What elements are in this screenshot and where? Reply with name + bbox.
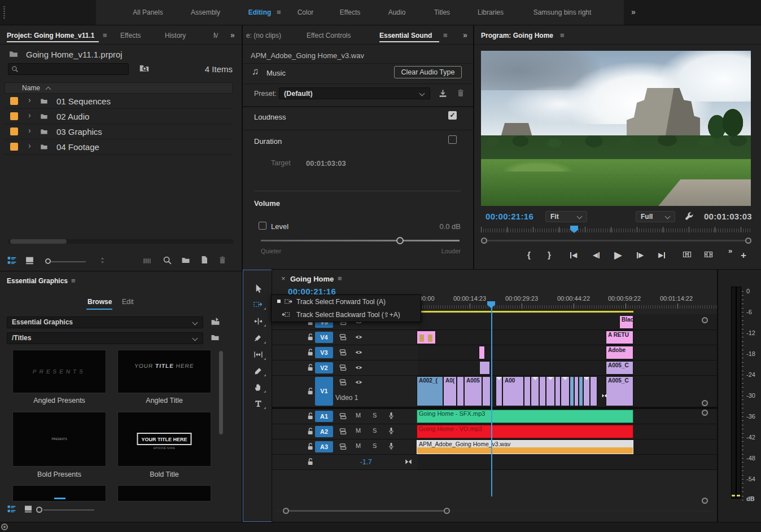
- essential-sound-overflow-icon[interactable]: »: [463, 30, 467, 39]
- duration-section-label[interactable]: Duration: [254, 137, 282, 146]
- lock-icon[interactable]: [306, 333, 314, 343]
- folder-dropdown[interactable]: /Titles: [7, 332, 203, 344]
- lock-icon[interactable]: [306, 427, 314, 437]
- clip-v1[interactable]: [570, 376, 574, 406]
- tab-history[interactable]: History: [165, 32, 186, 39]
- clip-v1[interactable]: [590, 376, 597, 406]
- clip-v1-last[interactable]: A005_C: [606, 376, 633, 406]
- timeline-tab-close-icon[interactable]: ×: [281, 274, 286, 283]
- clip-v3-right[interactable]: Adobe: [606, 346, 633, 359]
- track-target-v1[interactable]: V1: [315, 377, 333, 406]
- timeline-hscrollbar-handle[interactable]: [286, 510, 447, 512]
- bin-row-graphics[interactable]: › 03 Graphics: [5, 124, 233, 139]
- workspace-tab-all-panels[interactable]: All Panels: [133, 8, 163, 16]
- thumbnail-size-handle[interactable]: [36, 507, 42, 513]
- solo-button[interactable]: S: [373, 427, 377, 434]
- tab-media-truncated[interactable]: M: [213, 32, 218, 39]
- timeline-tab[interactable]: Going Home: [290, 275, 334, 283]
- clip-v1[interactable]: A00: [502, 376, 524, 406]
- solo-button[interactable]: S: [373, 442, 377, 449]
- clip-a3-music-selected[interactable]: APM_Adobe_Going Home_v3.wav: [417, 440, 633, 454]
- master-volume-value[interactable]: -1.7: [360, 458, 372, 466]
- track-target-a1[interactable]: A1: [315, 411, 333, 422]
- sync-lock-icon[interactable]: [339, 363, 347, 373]
- video-vscroll-top-handle[interactable]: [702, 317, 708, 323]
- settings-wrench-icon[interactable]: [684, 211, 694, 223]
- label-color-swatch[interactable]: [10, 112, 18, 120]
- add-button-editor-icon[interactable]: +: [741, 250, 746, 261]
- selection-tool[interactable]: [248, 282, 268, 295]
- go-to-out-button[interactable]: ▶: [658, 251, 665, 259]
- expand-chevron-icon[interactable]: ›: [28, 95, 31, 104]
- clear-button[interactable]: [218, 256, 227, 266]
- sync-lock-icon[interactable]: [339, 412, 347, 422]
- timeline-hscroll-right-handle[interactable]: [444, 508, 450, 514]
- track-target-v4[interactable]: V4: [315, 332, 333, 343]
- timeline-menu-icon[interactable]: ≡: [338, 274, 342, 283]
- panel-drag-handle[interactable]: [3, 6, 5, 19]
- label-color-swatch[interactable]: [10, 143, 18, 151]
- template-thumb-bold-title[interactable]: YOUR TITLE HERE EPISODE NAME: [117, 412, 211, 467]
- go-to-in-button[interactable]: ◀: [570, 251, 577, 259]
- expand-chevron-icon[interactable]: ›: [28, 126, 31, 135]
- type-tool[interactable]: [248, 397, 268, 410]
- razor-tool[interactable]: [248, 331, 268, 345]
- clip-v1[interactable]: [496, 376, 502, 406]
- clip-a1-sfx[interactable]: Going Home - SFX.mp3: [417, 410, 633, 423]
- lock-icon[interactable]: [306, 387, 314, 397]
- zoom-level-dropdown[interactable]: Fit: [545, 211, 587, 222]
- workspace-editing-menu-icon[interactable]: ≡: [277, 8, 281, 16]
- clear-audio-type-button[interactable]: Clear Audio Type: [394, 66, 462, 78]
- delete-preset-button[interactable]: [456, 89, 465, 99]
- target-value[interactable]: 00:01:03:03: [306, 159, 346, 168]
- program-video-preview[interactable]: [481, 51, 751, 206]
- library-dropdown[interactable]: Essential Graphics: [7, 316, 203, 328]
- level-checkbox[interactable]: [259, 222, 266, 230]
- clip-v1[interactable]: A0(: [443, 376, 457, 406]
- sync-lock-icon[interactable]: [339, 348, 347, 358]
- step-forward-button[interactable]: ▶: [637, 251, 644, 259]
- install-motion-template-button[interactable]: [210, 317, 221, 328]
- clip-v1[interactable]: [574, 376, 579, 406]
- mic-icon[interactable]: [387, 411, 395, 421]
- playback-resolution-dropdown[interactable]: Full: [636, 211, 675, 222]
- thumbnail-zoom-handle[interactable]: [45, 258, 51, 264]
- name-column-header[interactable]: Name: [22, 84, 40, 92]
- workspace-tab-libraries[interactable]: Libraries: [478, 8, 504, 16]
- template-name[interactable]: Angled Presents: [12, 397, 106, 405]
- program-menu-icon[interactable]: ≡: [560, 31, 565, 39]
- clip-v5[interactable]: Blac: [619, 315, 633, 329]
- work-area-bar[interactable]: [419, 311, 633, 313]
- clip-v1[interactable]: [583, 376, 590, 406]
- clip-v1[interactable]: [457, 376, 464, 406]
- template-thumb-partial[interactable]: [117, 485, 211, 502]
- expand-chevron-icon[interactable]: ›: [28, 141, 31, 150]
- folder-search-button[interactable]: [139, 63, 150, 75]
- clip-v1[interactable]: [524, 376, 531, 406]
- track-name-v1[interactable]: Video 1: [335, 394, 358, 402]
- new-item-button[interactable]: [200, 255, 209, 266]
- template-name[interactable]: Angled Title: [117, 397, 211, 405]
- clip-v4-left[interactable]: [417, 331, 436, 344]
- expand-chevron-icon[interactable]: ›: [28, 111, 31, 120]
- sync-lock-icon[interactable]: [339, 427, 347, 437]
- thumbnail-size-slider[interactable]: [43, 509, 94, 511]
- template-name[interactable]: Bold Title: [117, 471, 211, 478]
- level-slider-track[interactable]: [261, 240, 460, 241]
- automate-to-sequence-button[interactable]: [142, 256, 152, 267]
- loudness-checkbox[interactable]: ✓: [448, 111, 457, 120]
- audio-vscroll-bottom-handle[interactable]: [702, 498, 708, 504]
- slip-tool[interactable]: [248, 348, 268, 361]
- tab-source-truncated[interactable]: e: (no clips): [246, 32, 281, 39]
- new-bin-button[interactable]: [181, 256, 191, 266]
- icon-view-button[interactable]: [25, 256, 34, 267]
- workspace-tab-color[interactable]: Color: [298, 8, 314, 16]
- bin-name[interactable]: Going Home_v11.1.prproj: [26, 50, 123, 59]
- workspace-tab-titles[interactable]: Titles: [434, 8, 450, 16]
- video-vscroll-bottom-handle[interactable]: [702, 400, 708, 406]
- bin-row-footage[interactable]: › 04 Footage: [5, 139, 233, 155]
- mute-button[interactable]: M: [356, 442, 361, 449]
- tab-program[interactable]: Program: Going Home: [481, 32, 553, 39]
- search-input[interactable]: [8, 63, 129, 75]
- program-current-timecode[interactable]: 00:00:21:16: [486, 212, 533, 221]
